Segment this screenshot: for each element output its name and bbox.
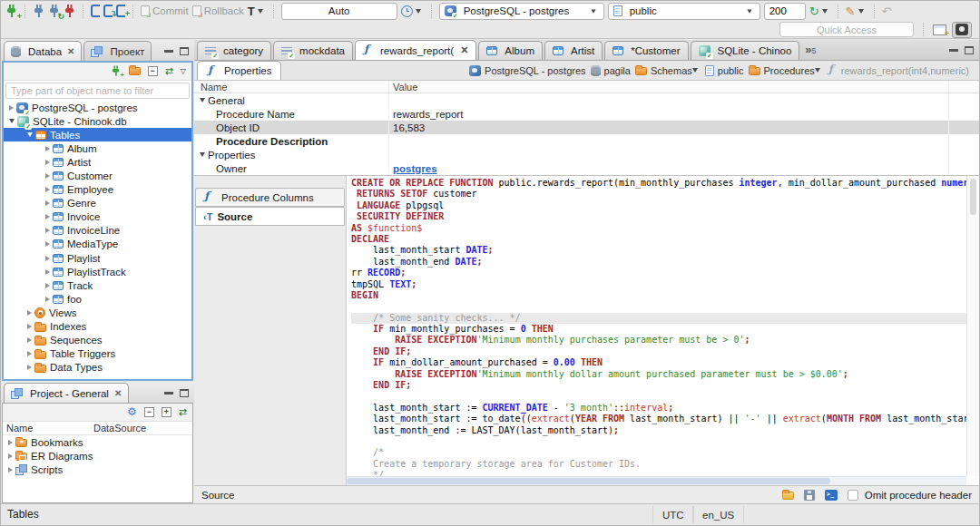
tree-item-employee[interactable]: Employee [4,183,191,197]
horizontal-scrollbar[interactable] [347,476,966,485]
property-row-object-id[interactable]: Object ID16,583 [194,121,979,134]
tab-projects[interactable]: Проект [83,41,152,61]
tree-item-indexes[interactable]: Indexes [4,320,191,334]
tree-item-invoice[interactable]: Invoice [4,210,191,224]
chevron-right-icon[interactable] [45,173,50,179]
tree-item-foo[interactable]: foo [4,292,191,306]
close-icon[interactable]: ✕ [460,44,468,56]
tree-item-playlist[interactable]: Playlist [4,251,191,265]
new-connection-icon[interactable]: + [5,5,17,18]
tree-item-sequences[interactable]: Sequences [4,334,191,347]
tree-item-playlisttrack[interactable]: PlaylistTrack [4,265,191,278]
chevron-right-icon[interactable] [45,269,50,275]
save-to-file-icon[interactable] [804,490,815,501]
gear-icon[interactable]: ⚙ [127,406,137,418]
tree-item-album[interactable]: Album [4,141,191,155]
tree-item-customer[interactable]: Customer [4,169,191,182]
rollback-button[interactable]: Rollback [192,5,244,16]
chevron-down-icon[interactable] [9,119,15,123]
chevron-down-icon[interactable] [692,68,698,73]
locale-indicator[interactable]: en_US [692,506,744,523]
column-name[interactable]: Name [3,423,93,433]
tree-item-mediatype[interactable]: MediaType [4,238,191,251]
expand-all-icon[interactable]: + [162,407,172,417]
breadcrumb-item-procedures[interactable]: Procedures [749,65,823,76]
column-datasource[interactable]: DataSource [93,423,146,433]
column-name[interactable]: Name [194,81,389,93]
chevron-down-icon[interactable] [200,152,205,157]
editor-tab-sqlite-chinoo[interactable]: SQLite - Chinoo [691,41,800,60]
close-icon[interactable]: ✕ [67,46,74,56]
property-row-owner[interactable]: Ownerpostgres [194,161,979,175]
tree-item-data-types[interactable]: Data Types [4,361,191,375]
open-perspective-icon[interactable] [933,24,946,35]
chevron-right-icon[interactable] [27,365,32,370]
chevron-right-icon[interactable] [45,283,50,288]
property-row-procedure-description[interactable]: Procedure Description [194,134,979,148]
chevron-right-icon[interactable] [45,297,50,302]
property-row-procedure-name[interactable]: Procedure Namerewards_report [194,107,979,121]
vertical-scrollbar[interactable] [966,176,979,476]
minimize-icon[interactable] [164,50,173,53]
chevron-right-icon[interactable] [45,187,50,192]
project-item-er-diagrams[interactable]: ER Diagrams [3,449,192,463]
link-with-editor-icon[interactable]: ⇄ [179,406,187,418]
tree-item-sqlite-chinook-db[interactable]: SQLite - Chinook.db [4,114,191,128]
chevron-right-icon[interactable] [27,337,32,343]
tree-item-views[interactable]: Views [4,306,191,319]
commit-button[interactable]: Commit [141,5,189,16]
sync-button[interactable]: ↻ [809,5,830,17]
tree-item-invoiceline[interactable]: InvoiceLine [4,224,191,238]
property-value[interactable]: postgres [393,163,437,174]
tab-properties[interactable]: Properties [197,61,281,80]
chevron-right-icon[interactable] [8,467,13,472]
load-from-file-icon[interactable] [782,492,794,500]
tree-item-postgresql-postgres[interactable]: PostgreSQL - postgres [4,101,191,114]
source-code[interactable]: CREATE OR REPLACE FUNCTION public.reward… [347,178,966,476]
property-row-general[interactable]: General [194,93,979,107]
chevron-right-icon[interactable] [8,453,13,459]
reconnect-icon[interactable]: ↻ [48,5,60,18]
chevron-right-icon[interactable] [45,228,50,233]
open-in-sql-console-icon[interactable] [825,490,838,501]
maximize-icon[interactable] [180,389,189,397]
editor-tab-category[interactable]: category [197,41,271,60]
new-folder-icon[interactable] [129,67,141,75]
editor-tab-artist[interactable]: Artist [544,41,603,60]
breadcrumb-item-rewards-report-int4-numeric[interactable]: rewards_report(int4,numeric) [828,64,969,76]
close-icon[interactable]: ✕ [114,388,122,398]
chevron-down-icon[interactable] [815,68,820,73]
commit-mode-combo[interactable]: Auto [281,3,397,20]
breadcrumb-item-postgresql-postgres[interactable]: PostgreSQL - postgres [469,65,585,76]
connection-combo[interactable]: PostgreSQL - postgres [439,3,604,20]
tab-project-general[interactable]: Project - General ✕ [4,383,129,403]
source-editor[interactable]: CREATE OR REPLACE FUNCTION public.reward… [346,176,979,485]
breadcrumb-item-pagila[interactable]: pagila [591,65,631,76]
chevron-right-icon[interactable] [8,440,13,445]
sql-editor-icon[interactable] [91,5,100,17]
breadcrumb-item-public[interactable]: public [705,65,744,76]
project-item-bookmarks[interactable]: Bookmarks [3,435,192,449]
column-value[interactable]: Value [389,81,949,93]
connect-icon[interactable] [33,5,44,18]
editor-tab-customer[interactable]: *Customer [604,41,688,60]
chevron-right-icon[interactable] [45,160,50,165]
side-tab-procedure-columns[interactable]: Procedure Columns [195,188,345,207]
new-sql-editor-icon[interactable]: + [116,5,125,17]
minimize-icon[interactable] [164,392,173,394]
fetch-size-input[interactable] [764,3,806,20]
chevron-right-icon[interactable] [27,310,32,316]
chevron-right-icon[interactable] [45,241,50,247]
chevron-right-icon[interactable] [45,200,50,206]
minimize-icon[interactable] [949,49,958,52]
maximize-icon[interactable] [965,46,974,54]
recent-sql-editor-icon[interactable]: ↴ [103,5,113,17]
timezone-indicator[interactable]: UTC [652,506,694,523]
transaction-history-button[interactable] [401,5,424,17]
editor-tab-mockdata[interactable]: mockdata [273,41,353,60]
tab-overflow-indicator[interactable]: »5 [805,43,816,56]
tab-database-navigator[interactable]: Databa ✕ [4,41,82,61]
dbeaver-perspective-button[interactable] [952,22,972,38]
tree-item-tables[interactable]: Tables [4,128,191,141]
undo-icon[interactable]: ↶ [882,5,892,17]
